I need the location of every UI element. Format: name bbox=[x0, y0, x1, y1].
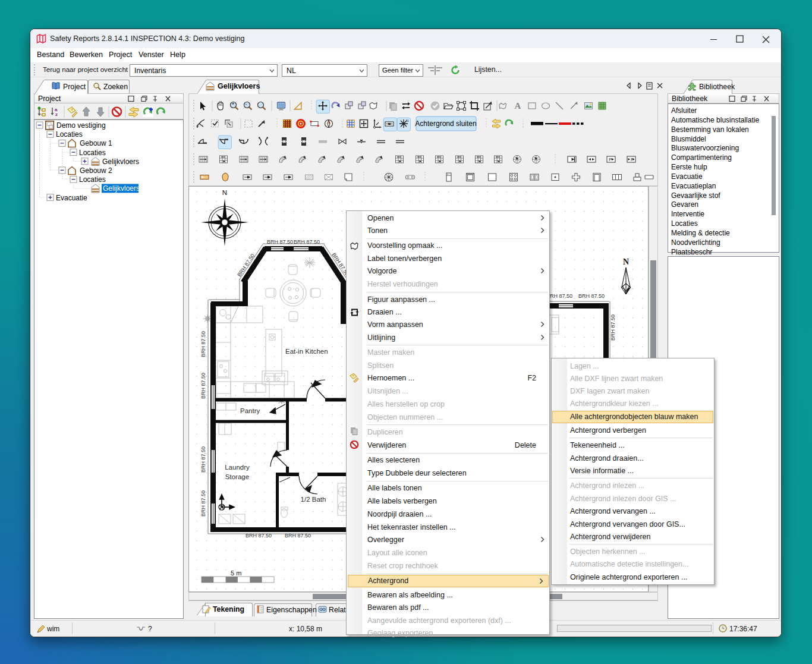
svg-text:Gebouw 1: Gebouw 1 bbox=[80, 139, 112, 147]
svg-text:Evacuatie: Evacuatie bbox=[56, 194, 87, 202]
svg-text:+: + bbox=[232, 102, 234, 106]
svg-text:BRH 87.50: BRH 87.50 bbox=[200, 490, 206, 517]
svg-text:BRH 87.50: BRH 87.50 bbox=[246, 533, 272, 539]
svg-text:N: N bbox=[623, 257, 629, 266]
svg-text:1/2 Bath: 1/2 Bath bbox=[301, 496, 326, 503]
svg-text:Gelijkvloers: Gelijkvloers bbox=[103, 184, 140, 193]
svg-text:Locaties: Locaties bbox=[56, 130, 83, 139]
svg-text:Achtergrond sluiten: Achtergrond sluiten bbox=[415, 119, 476, 128]
svg-text:BRH 87.50: BRH 87.50 bbox=[294, 239, 320, 245]
svg-text:Demo vestiging: Demo vestiging bbox=[56, 121, 106, 130]
svg-text:BRH 87.50: BRH 87.50 bbox=[200, 331, 206, 357]
svg-text:5 m: 5 m bbox=[231, 569, 241, 577]
svg-text:BRH 87.50: BRH 87.50 bbox=[285, 533, 311, 539]
svg-text:BRH 87.50: BRH 87.50 bbox=[200, 446, 206, 473]
svg-text:P: P bbox=[609, 157, 612, 162]
svg-text:z: z bbox=[55, 112, 58, 117]
svg-text:Locaties: Locaties bbox=[79, 149, 106, 157]
svg-text:Storage: Storage bbox=[225, 473, 249, 480]
svg-text:BRH 87.50: BRH 87.50 bbox=[610, 314, 616, 341]
svg-text:Pantry: Pantry bbox=[240, 407, 260, 414]
svg-text:Eat-in Kitchen: Eat-in Kitchen bbox=[285, 348, 328, 355]
svg-text:N: N bbox=[222, 189, 227, 196]
svg-text:BRH 87.50: BRH 87.50 bbox=[200, 373, 206, 399]
svg-text:RH 87.50: RH 87.50 bbox=[550, 293, 572, 299]
svg-text:BRH 87.50: BRH 87.50 bbox=[267, 239, 293, 245]
svg-text:Laundry: Laundry bbox=[225, 464, 250, 471]
svg-text:Gelijkvloers: Gelijkvloers bbox=[102, 158, 139, 166]
svg-text:Locaties: Locaties bbox=[79, 175, 106, 184]
svg-text:Gebouw 2: Gebouw 2 bbox=[80, 166, 112, 175]
svg-text:BRH 87.50: BRH 87.50 bbox=[578, 293, 605, 299]
